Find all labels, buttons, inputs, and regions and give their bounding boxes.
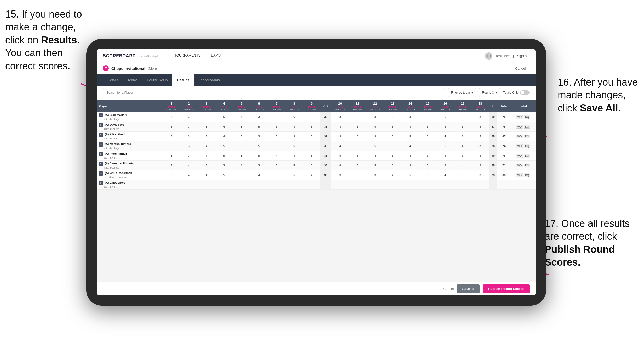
score-out-8[interactable]: 5 — [285, 141, 303, 151]
score-in-12[interactable]: 5 — [366, 141, 384, 151]
filter-by-team-select[interactable]: Filter by team ▾ — [448, 88, 476, 97]
score-out-5[interactable]: 3 — [233, 170, 250, 180]
score-out-5[interactable]: 3 — [233, 151, 250, 161]
score-in-12[interactable] — [366, 180, 384, 190]
score-out-5[interactable]: 3 — [233, 132, 250, 141]
score-in-11[interactable]: 3 — [349, 132, 366, 141]
score-in-16[interactable]: 6 — [436, 112, 454, 122]
score-out-9[interactable]: 3 — [303, 132, 320, 141]
score-in-10[interactable]: 5 — [331, 151, 349, 161]
score-in-16[interactable]: 5 — [436, 151, 454, 161]
score-in-17[interactable]: 3 — [454, 170, 472, 180]
score-in-18[interactable]: 5 — [472, 151, 489, 161]
score-in-17[interactable]: 4 — [454, 161, 472, 170]
score-in-13[interactable] — [384, 180, 401, 190]
score-in-11[interactable]: 5 — [349, 112, 366, 122]
score-out-9[interactable]: 5 — [303, 122, 320, 132]
score-in-14[interactable]: 4 — [401, 141, 419, 151]
score-in-13[interactable]: 3 — [384, 161, 401, 170]
score-out-2[interactable]: 4 — [180, 170, 198, 180]
score-out-4[interactable]: 5 — [215, 170, 233, 180]
score-out-1[interactable]: 5 — [163, 141, 180, 151]
score-in-16[interactable]: 4 — [436, 170, 454, 180]
score-in-15[interactable]: 3 — [419, 170, 436, 180]
tab-course-setup[interactable]: Course Setup — [142, 74, 172, 86]
score-out-8[interactable]: 3 — [285, 122, 303, 132]
score-out-5[interactable] — [233, 180, 250, 190]
score-out-8[interactable]: 6 — [285, 112, 303, 122]
score-out-4[interactable]: 4 — [215, 122, 233, 132]
score-in-18[interactable]: 3 — [472, 161, 489, 170]
score-in-18[interactable]: 3 — [472, 141, 489, 151]
score-in-17[interactable]: 5 — [454, 112, 472, 122]
score-out-1[interactable]: 3 — [163, 151, 180, 161]
score-out-7[interactable]: 6 — [268, 122, 285, 132]
score-in-13[interactable]: 4 — [384, 170, 401, 180]
score-out-8[interactable]: 5 — [285, 161, 303, 170]
score-out-6[interactable]: 5 — [250, 151, 268, 161]
score-in-11[interactable]: 5 — [349, 141, 366, 151]
score-out-8[interactable]: 3 — [285, 132, 303, 141]
dq-button[interactable]: DQ — [524, 173, 530, 177]
dq-button[interactable]: DQ — [524, 154, 530, 158]
save-all-button[interactable]: Save All — [457, 284, 480, 293]
score-out-7[interactable]: 5 — [268, 112, 285, 122]
score-out-1[interactable]: 6 — [163, 122, 180, 132]
score-in-10[interactable]: 3 — [331, 112, 349, 122]
round-select[interactable]: Round 3 ▾ — [479, 88, 500, 97]
score-in-16[interactable] — [436, 180, 454, 190]
nav-teams[interactable]: TEAMS — [209, 53, 221, 58]
score-in-15[interactable]: 5 — [419, 122, 436, 132]
score-out-4[interactable]: 4 — [215, 132, 233, 141]
score-out-4[interactable]: 5 — [215, 112, 233, 122]
score-out-3[interactable]: 5 — [198, 112, 215, 122]
score-out-9[interactable]: 5 — [303, 151, 320, 161]
publish-round-scores-button[interactable]: Publish Round Scores — [483, 284, 530, 293]
score-out-9[interactable]: 5 — [303, 141, 320, 151]
wd-button[interactable]: WD — [516, 164, 523, 167]
score-out-1[interactable]: 4 — [163, 161, 180, 170]
score-out-2[interactable]: 4 — [180, 161, 198, 170]
dq-button[interactable]: DQ — [524, 144, 530, 148]
wd-button[interactable]: WD — [516, 135, 523, 138]
score-out-2[interactable]: 3 — [180, 141, 198, 151]
wd-button[interactable]: WD — [516, 173, 523, 177]
score-in-14[interactable]: 3 — [401, 112, 419, 122]
dq-button[interactable]: DQ — [524, 135, 530, 138]
score-out-7[interactable]: 5 — [268, 161, 285, 170]
score-out-9[interactable]: 4 — [303, 170, 320, 180]
score-in-10[interactable]: 6 — [331, 161, 349, 170]
score-out-6[interactable]: 3 — [250, 132, 268, 141]
score-in-12[interactable]: 3 — [366, 112, 384, 122]
score-in-12[interactable]: 5 — [366, 161, 384, 170]
score-in-18[interactable] — [472, 180, 489, 190]
totals-only-toggle[interactable]: Totals Only — [503, 90, 530, 95]
search-input[interactable] — [103, 88, 445, 97]
score-in-18[interactable]: 3 — [472, 112, 489, 122]
score-out-7[interactable]: 4 — [268, 151, 285, 161]
score-in-14[interactable]: 5 — [401, 170, 419, 180]
score-out-8[interactable] — [285, 180, 303, 190]
score-out-3[interactable]: 4 — [198, 141, 215, 151]
score-out-5[interactable]: 3 — [233, 122, 250, 132]
score-in-16[interactable]: 3 — [436, 122, 454, 132]
score-in-15[interactable]: 3 — [419, 132, 436, 141]
toggle-switch[interactable] — [520, 90, 530, 95]
score-in-18[interactable]: 3 — [472, 170, 489, 180]
score-out-6[interactable]: 3 — [250, 161, 268, 170]
score-out-5[interactable]: 3 — [233, 141, 250, 151]
score-out-1[interactable]: 5 — [163, 132, 180, 141]
score-in-18[interactable]: 5 — [472, 132, 489, 141]
score-out-1[interactable] — [163, 180, 180, 190]
score-in-14[interactable]: 3 — [401, 161, 419, 170]
score-out-7[interactable]: 3 — [268, 170, 285, 180]
tab-teams[interactable]: Teams — [123, 74, 142, 86]
score-in-12[interactable]: 3 — [366, 132, 384, 141]
wd-button[interactable]: WD — [516, 154, 523, 158]
wd-button[interactable]: WD — [516, 144, 523, 148]
wd-button[interactable]: WD — [516, 125, 523, 129]
score-in-10[interactable]: 4 — [331, 141, 349, 151]
sign-out-link[interactable]: Sign out — [517, 54, 530, 58]
footer-cancel-button[interactable]: Cancel — [443, 287, 454, 291]
score-in-12[interactable]: 5 — [366, 122, 384, 132]
